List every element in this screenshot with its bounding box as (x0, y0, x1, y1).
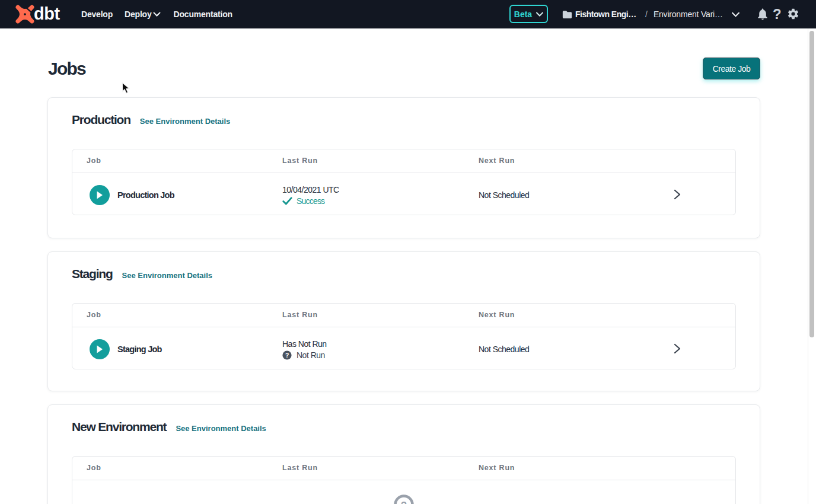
svg-text:?: ? (401, 500, 407, 504)
svg-text:?: ? (285, 352, 289, 358)
